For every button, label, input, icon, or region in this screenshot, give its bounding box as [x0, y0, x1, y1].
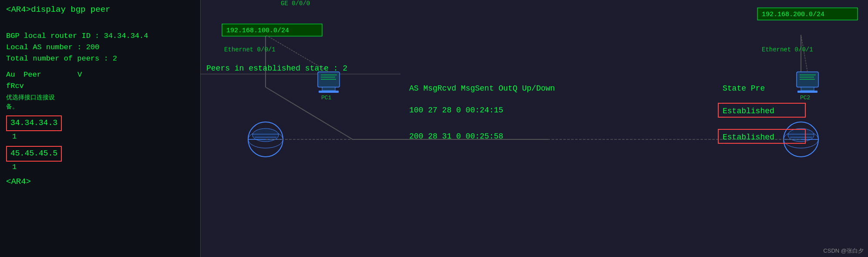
- svg-rect-35: [797, 91, 818, 93]
- network-panel: 192.168.100.0/24 192.168.200.0/24 Ethern…: [200, 0, 868, 257]
- svg-text:100       27        28       0: 100 27 28 0 00:24:15: [409, 106, 503, 115]
- table-header-row1: Au Peer V: [6, 69, 194, 81]
- peers-established-text: Peers in established state : 2: [206, 64, 347, 73]
- csdn-text: CSDN @张白夕: [823, 247, 864, 254]
- svg-text:PC2: PC2: [800, 95, 810, 101]
- total-peers-text: Total number of peers : 2: [6, 54, 117, 63]
- total-peers-line: Total number of peers : 2: [6, 53, 194, 64]
- svg-text:Ethernet 0/0/1: Ethernet 0/0/1: [762, 46, 813, 53]
- svg-rect-0: [200, 0, 868, 257]
- peer-row-2: 45.45.45.5 1: [6, 146, 194, 173]
- terminal-panel: <AR4>display bgp peer BGP local router I…: [0, 0, 200, 257]
- svg-rect-27: [322, 87, 335, 91]
- col-frcv-header: fRcv: [6, 81, 22, 92]
- peer-1-ip: 34.34.34.3: [6, 115, 62, 131]
- local-as-line: Local AS number : 200: [6, 42, 194, 53]
- router-id-line: BGP local router ID : 34.34.34.4: [6, 30, 194, 42]
- svg-text:AS    MsgRcvd   MsgSent    Out: AS MsgRcvd MsgSent OutQ Up/Down: [409, 84, 555, 93]
- svg-rect-28: [319, 91, 339, 93]
- network-diagram-svg: 192.168.100.0/24 192.168.200.0/24 Ethern…: [200, 0, 868, 257]
- svg-text:192.168.100.0/24: 192.168.100.0/24: [226, 27, 289, 34]
- svg-rect-34: [801, 87, 814, 91]
- peer-1-pre: 1: [6, 131, 194, 142]
- chinese-label: 优选择接口连接设: [6, 93, 194, 103]
- peers-established-line: Peers in established state : 2: [200, 64, 347, 73]
- prompt-line: <AR4>: [6, 176, 194, 188]
- svg-text:Ethernet 0/0/1: Ethernet 0/0/1: [224, 46, 276, 53]
- svg-text:Established: Established: [723, 133, 774, 142]
- peer-2-pre: 1: [6, 162, 194, 173]
- blank-line: [6, 19, 194, 30]
- chinese-label2: 备。: [6, 102, 194, 112]
- table-header-row2: fRcv: [6, 81, 194, 92]
- command-line: <AR4>display bgp peer: [6, 3, 194, 16]
- svg-text:192.168.200.0/24: 192.168.200.0/24: [762, 11, 824, 18]
- svg-text:PC1: PC1: [321, 95, 332, 101]
- col-v-header: V: [77, 69, 99, 81]
- peer-2-ip: 45.45.45.5: [6, 146, 62, 162]
- csdn-watermark: CSDN @张白夕: [823, 247, 864, 255]
- peer-row-1: 34.34.34.3 1: [6, 115, 194, 142]
- col-peer-header: Peer: [24, 69, 76, 81]
- svg-text:GE 0/0/0: GE 0/0/0: [281, 0, 310, 7]
- svg-text:200       28        31       0: 200 28 31 0 00:25:58: [409, 132, 503, 141]
- svg-text:Established: Established: [723, 107, 774, 115]
- col-au-header: Au: [6, 69, 22, 81]
- svg-text:State  Pre: State Pre: [723, 84, 765, 93]
